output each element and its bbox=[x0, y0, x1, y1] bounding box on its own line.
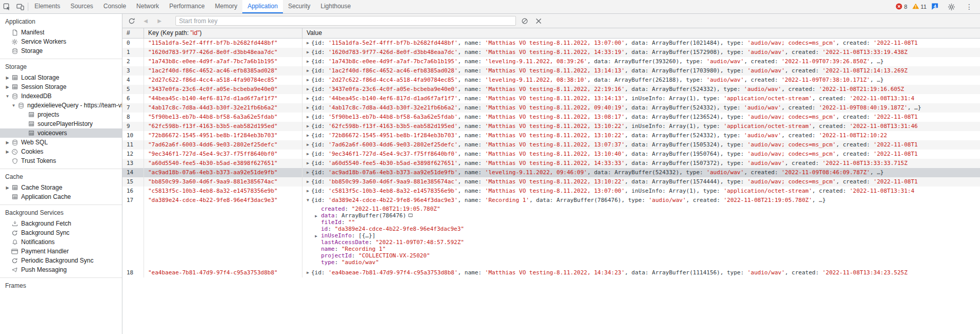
triangle-right-icon[interactable]: ▶ bbox=[305, 122, 311, 131]
triangle-right-icon[interactable]: ▶ bbox=[305, 159, 311, 168]
table-row[interactable]: 4"2d27c622-f86d-4cc4-a518-4fa90784ec85"▶… bbox=[122, 76, 980, 85]
sidebar-item-web-sql[interactable]: ▶Web SQL bbox=[0, 138, 122, 147]
table-row[interactable]: 6"44bea45c-b140-4ef6-817d-d1ad6f7af1f7"▶… bbox=[122, 94, 980, 103]
chevron-down-icon[interactable]: ▼ bbox=[10, 103, 17, 108]
triangle-right-icon[interactable]: ▶ bbox=[305, 48, 311, 57]
warning-badge[interactable]: 11 bbox=[912, 3, 926, 10]
sidebar-item-cache-storage[interactable]: ▶Cache Storage bbox=[0, 183, 122, 192]
refresh-icon[interactable] bbox=[127, 16, 137, 26]
sidebar-item-push-messaging[interactable]: Push Messaging bbox=[0, 265, 122, 274]
sidebar-item-sourceplayerhistory[interactable]: sourcePlayerHistory bbox=[0, 119, 122, 128]
table-row[interactable]: 11"7ad62a6f-6003-4dd6-9e03-2802ef25defc"… bbox=[122, 140, 980, 150]
sidebar-item-ngdexielievequery-https-team-vidieditor-vi[interactable]: ▼ngdexielieveQuery - https://team-vidied… bbox=[0, 101, 122, 110]
property-row[interactable]: created: "2022-11-08T21:19:05.780Z" bbox=[315, 206, 980, 212]
tab-performance[interactable]: Performance bbox=[164, 0, 210, 13]
property-row[interactable]: lastAccessDate: "2022-11-09T07:48:57.592… bbox=[315, 239, 980, 246]
chevron-right-icon[interactable]: ▶ bbox=[315, 233, 321, 239]
column-header-value[interactable]: Value bbox=[302, 28, 980, 38]
triangle-right-icon[interactable]: ▶ bbox=[305, 94, 311, 103]
sidebar-item-session-storage[interactable]: ▶Session Storage bbox=[0, 82, 122, 91]
column-header-key[interactable]: Key (Key path: "id") bbox=[144, 28, 302, 38]
triangle-right-icon[interactable]: ▶ bbox=[305, 131, 311, 140]
sidebar-item-trust-tokens[interactable]: Trust Tokens bbox=[0, 156, 122, 165]
memory-inspector-icon[interactable] bbox=[408, 213, 413, 219]
property-row[interactable]: name: "Recording 1" bbox=[315, 246, 980, 252]
chevron-right-icon[interactable]: ▶ bbox=[315, 213, 321, 219]
previous-page-icon[interactable]: ◀ bbox=[140, 16, 151, 26]
tab-security[interactable]: Security bbox=[283, 0, 315, 13]
property-row[interactable]: ▶inUseInfo: [{…}] bbox=[315, 232, 980, 239]
sidebar-item-service-workers[interactable]: Service Workers bbox=[0, 37, 122, 46]
triangle-right-icon[interactable]: ▶ bbox=[305, 140, 311, 150]
table-row[interactable]: 17"da389e24-cdce-4b22-9fe8-96e4f3dac9e3"… bbox=[122, 196, 980, 268]
chevron-right-icon[interactable]: ▶ bbox=[4, 185, 11, 190]
settings-gear-icon[interactable] bbox=[945, 0, 958, 13]
table-row[interactable]: 9"62fc598b-f13f-4163-b3b5-eab582d195ed"▶… bbox=[122, 122, 980, 131]
triangle-down-icon[interactable]: ▼ bbox=[305, 196, 311, 205]
property-row[interactable]: fileId: "" bbox=[315, 219, 980, 226]
chevron-down-icon[interactable]: ▼ bbox=[4, 94, 11, 99]
tab-sources[interactable]: Sources bbox=[65, 0, 98, 13]
table-row[interactable]: 8"5f90be13-eb7b-44b8-bf58-6a3a62e5fdab"▶… bbox=[122, 113, 980, 122]
triangle-right-icon[interactable]: ▶ bbox=[305, 177, 311, 187]
table-row[interactable]: 13"a60d5540-fee5-4b30-b5ad-e3898f627651"… bbox=[122, 159, 980, 168]
table-row[interactable]: 0"115a1dfa-5e2f-4fff-bf7b-b2682fd448bf"▶… bbox=[122, 39, 980, 48]
table-row[interactable]: 10"72b86672-1545-4951-be8b-1f284eb3b703"… bbox=[122, 131, 980, 140]
table-row[interactable]: 18"ea4baeae-7b81-47d9-97f4-c95a3753d8b8"… bbox=[122, 268, 980, 277]
table-row[interactable]: 3"1ac2f40d-f86c-4652-ac46-efb8385ad028"▶… bbox=[122, 66, 980, 76]
clear-object-store-icon[interactable] bbox=[520, 16, 530, 26]
table-row[interactable]: 15"bb850c99-3a60-4d6f-9aa9-881e385674ac"… bbox=[122, 177, 980, 187]
tab-lighthouse[interactable]: Lighthouse bbox=[315, 0, 356, 13]
sidebar-item-background-sync[interactable]: Background Sync bbox=[0, 228, 122, 237]
tab-memory[interactable]: Memory bbox=[210, 0, 242, 13]
triangle-right-icon[interactable]: ▶ bbox=[305, 113, 311, 122]
sidebar-item-payment-handler[interactable]: Payment Handler bbox=[0, 247, 122, 256]
start-from-key-input[interactable] bbox=[175, 16, 516, 26]
chevron-right-icon[interactable]: ▶ bbox=[4, 76, 11, 80]
table-row[interactable]: 14"ac9ad18b-07a6-4eb3-b373-aa92e51de9fb"… bbox=[122, 168, 980, 177]
error-badge[interactable]: 8 bbox=[896, 3, 907, 11]
tab-elements[interactable]: Elements bbox=[29, 0, 65, 13]
sidebar-item-storage[interactable]: Storage bbox=[0, 46, 122, 55]
triangle-right-icon[interactable]: ▶ bbox=[305, 85, 311, 94]
sidebar-item-periodic-background-sync[interactable]: Periodic Background Sync bbox=[0, 256, 122, 265]
triangle-right-icon[interactable]: ▶ bbox=[305, 76, 311, 85]
triangle-right-icon[interactable]: ▶ bbox=[305, 66, 311, 76]
sidebar-item-projects[interactable]: projects bbox=[0, 110, 122, 119]
sidebar-item-manifest[interactable]: Manifest bbox=[0, 28, 122, 37]
column-header-index[interactable]: # bbox=[122, 28, 144, 38]
chevron-right-icon[interactable]: ▶ bbox=[4, 140, 11, 145]
property-row[interactable]: type: "audio/wav" bbox=[315, 259, 980, 266]
chevron-right-icon[interactable]: ▶ bbox=[4, 150, 11, 154]
sidebar-item-indexeddb[interactable]: ▼IndexedDB bbox=[0, 91, 122, 101]
triangle-right-icon[interactable]: ▶ bbox=[305, 103, 311, 113]
device-toolbar-icon[interactable] bbox=[13, 0, 27, 13]
property-row[interactable]: id: "da389e24-cdce-4b22-9fe8-96e4f3dac9e… bbox=[315, 226, 980, 232]
issues-badge[interactable]: 4 bbox=[931, 3, 940, 11]
chevron-right-icon[interactable]: ▶ bbox=[4, 85, 11, 89]
sidebar-item-local-storage[interactable]: ▶Local Storage bbox=[0, 73, 122, 82]
triangle-right-icon[interactable]: ▶ bbox=[305, 187, 311, 196]
sidebar-item-background-fetch[interactable]: Background Fetch bbox=[0, 219, 122, 228]
tab-network[interactable]: Network bbox=[131, 0, 164, 13]
triangle-right-icon[interactable]: ▶ bbox=[305, 150, 311, 159]
triangle-right-icon[interactable]: ▶ bbox=[305, 268, 311, 277]
sidebar-item-application-cache[interactable]: Application Cache bbox=[0, 192, 122, 201]
triangle-right-icon[interactable]: ▶ bbox=[305, 57, 311, 66]
table-row[interactable]: 2"1a743b8c-e0ee-4d9f-a7af-7bc7a6b1b195"▶… bbox=[122, 57, 980, 66]
table-row[interactable]: 16"c5813f5c-10b3-4eb8-8a32-e14578356e9b"… bbox=[122, 187, 980, 196]
inspect-element-icon[interactable] bbox=[0, 0, 13, 13]
sidebar-item-voiceovers[interactable]: voiceovers bbox=[0, 128, 122, 138]
next-page-icon[interactable]: ▶ bbox=[154, 16, 165, 26]
more-options-icon[interactable]: ⋮ bbox=[963, 0, 976, 13]
tab-application[interactable]: Application bbox=[242, 0, 283, 13]
table-row[interactable]: 7"4ab17c8c-7d8a-44d3-b30f-32e21fb6b6a2"▶… bbox=[122, 103, 980, 113]
triangle-right-icon[interactable]: ▶ bbox=[305, 168, 311, 177]
sidebar-item-cookies[interactable]: ▶Cookies bbox=[0, 147, 122, 156]
property-row[interactable]: ▶data: ArrayBuffer(786476) bbox=[315, 212, 980, 219]
tab-console[interactable]: Console bbox=[98, 0, 131, 13]
delete-selected-icon[interactable] bbox=[533, 16, 544, 26]
table-row[interactable]: 12"9ec346f1-727d-45e4-9c37-f75ff8640bf0"… bbox=[122, 150, 980, 159]
sidebar-item-notifications[interactable]: Notifications bbox=[0, 237, 122, 247]
property-row[interactable]: projectId: "COLLECTION-VX-25020" bbox=[315, 252, 980, 259]
